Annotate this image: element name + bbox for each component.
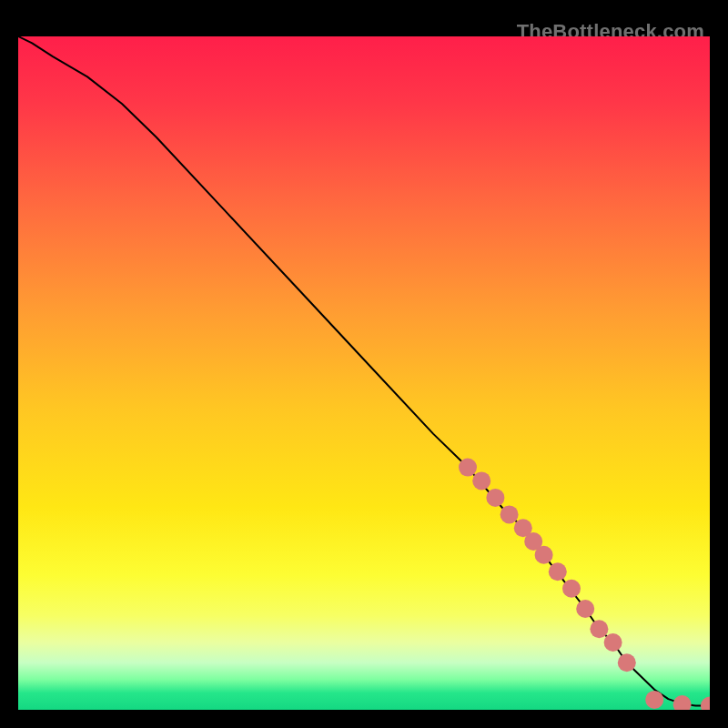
data-point [500, 505, 519, 523]
gradient-background [18, 36, 710, 710]
data-point [472, 471, 490, 490]
data-point [576, 600, 594, 618]
chart-svg [18, 36, 710, 710]
chart-plot [18, 36, 710, 710]
data-point [618, 653, 636, 672]
data-point [486, 489, 504, 507]
data-point [459, 459, 477, 477]
data-point [549, 562, 567, 581]
data-point [562, 580, 581, 598]
data-point [590, 620, 608, 638]
data-point [604, 633, 622, 652]
data-point [645, 691, 663, 709]
chart-frame: TheBottleneck.com [18, 18, 710, 710]
data-point [535, 546, 553, 564]
